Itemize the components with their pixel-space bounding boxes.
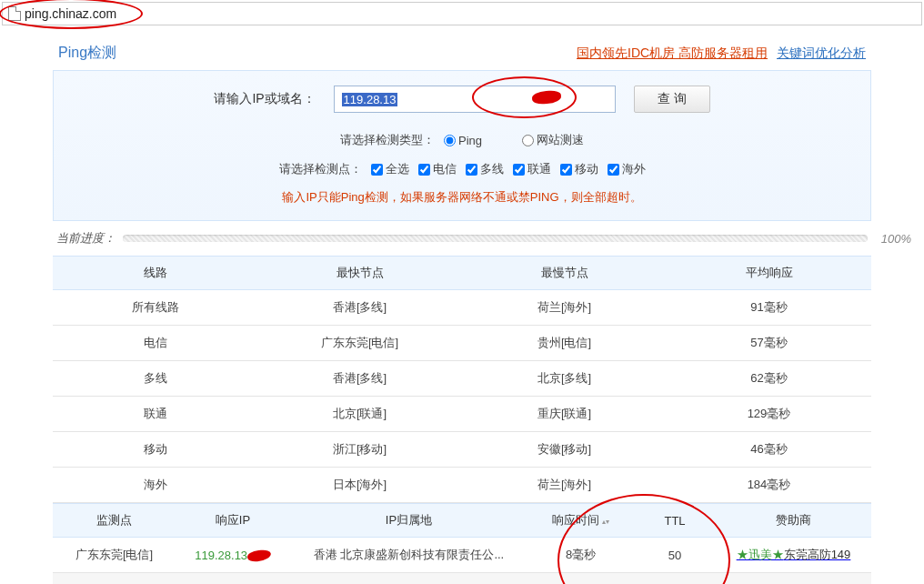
radio-speed[interactable]: 网站测速 [522, 132, 584, 148]
detail-head-row: 监测点 响应IP IP归属地 响应时间 TTL 赞助商 [53, 504, 871, 538]
radio-ping[interactable]: Ping [444, 134, 482, 147]
cell-line: 移动 [53, 432, 257, 468]
cell-sponsor[interactable]: ★迅美★东莞高防149 [716, 538, 871, 573]
cb-ov[interactable]: 海外 [608, 161, 646, 177]
summary-head-row: 线路 最快节点 最慢节点 平均响应 [53, 257, 871, 290]
cell-avg: 62毫秒 [667, 361, 871, 397]
cell-line: 联通 [53, 397, 257, 432]
cell-node: 湖北[电信] [53, 573, 176, 585]
detect-type-label: 请选择检测类型： [340, 132, 435, 148]
head-slow: 最慢节点 [462, 257, 667, 290]
cell-slow: 重庆[联通] [462, 397, 667, 432]
detail-body: 广东东莞[电信]119.28.13.香港 北京康盛新创科技有限责任公...8毫秒… [53, 538, 871, 584]
cell-ip: 119.28.13. [176, 538, 290, 573]
cell-ip: 119.28.13 [176, 573, 290, 585]
hint-text: 输入IP只能Ping检测，如果服务器网络不通或禁PING，则全部超时。 [63, 184, 861, 206]
browser-url-bar[interactable]: ping.chinaz.com [2, 2, 922, 25]
cell-fast: 浙江[移动] [257, 432, 462, 468]
cell-line: 电信 [53, 326, 257, 361]
head-fast: 最快节点 [257, 257, 462, 290]
progress-percent: 100% [881, 232, 911, 246]
summary-row: 多线香港[多线]北京[多线]62毫秒 [53, 361, 871, 397]
detail-table: 监测点 响应IP IP归属地 响应时间 TTL 赞助商 [53, 503, 871, 538]
cell-slow: 荷兰[海外] [462, 468, 667, 503]
progress-label: 当前进度： [56, 230, 116, 247]
query-input[interactable]: 119.28.13 [334, 86, 616, 113]
page-title: Ping检测 [58, 44, 116, 63]
progress-bar [123, 235, 868, 242]
summary-row: 电信广东东莞[电信]贵州[电信]57毫秒 [53, 326, 871, 361]
url-text: ping.chinaz.com [25, 6, 116, 21]
cell-fast: 日本[海外] [257, 468, 462, 503]
cell-fast: 北京[联通] [257, 397, 462, 432]
head-rt[interactable]: 响应时间 [527, 504, 634, 538]
cell-avg: 129毫秒 [667, 397, 871, 432]
cell-slow: 安徽[移动] [462, 432, 667, 468]
cb-multi[interactable]: 多线 [466, 161, 504, 177]
summary-row: 海外日本[海外]荷兰[海外]184毫秒 [53, 468, 871, 503]
cell-loc: 香港 北京康盛新创科技有限责任公... [290, 538, 527, 573]
cell-ttl: 52 [634, 573, 716, 585]
cell-node: 广东东莞[电信] [53, 538, 176, 573]
cell-line: 所有线路 [53, 290, 257, 326]
detail-row: 湖北[电信]119.28.13香港 北京康盛新创科技有限责任公...56毫秒52… [53, 573, 871, 585]
cell-avg: 57毫秒 [667, 326, 871, 361]
cell-slow: 北京[多线] [462, 361, 667, 397]
query-input-value: 119.28.13 [342, 93, 398, 106]
cell-rt: 8毫秒 [527, 538, 634, 573]
ad-link-seo[interactable]: 关键词优化分析 [777, 45, 866, 62]
summary-table: 线路 最快节点 最慢节点 平均响应 [53, 256, 871, 290]
query-panel: 请输入IP或域名： 119.28.13 查 询 请选择检测类型： Ping 网站… [53, 70, 871, 221]
head-line: 线路 [53, 257, 257, 290]
cell-avg: 184毫秒 [667, 468, 871, 503]
cell-fast: 香港[多线] [257, 290, 462, 326]
summary-body: 所有线路香港[多线]荷兰[海外]91毫秒电信广东东莞[电信]贵州[电信]57毫秒… [53, 290, 871, 503]
node-select-label: 请选择检测点： [279, 161, 362, 177]
cell-sponsor[interactable]: 【佛山高防】四核209 [716, 573, 871, 585]
ad-link-idc[interactable]: 国内领先IDC机房 高防服务器租用 [577, 45, 768, 62]
cb-ct[interactable]: 电信 [418, 161, 457, 177]
page-icon [8, 6, 21, 21]
cell-loc: 香港 北京康盛新创科技有限责任公... [290, 573, 527, 585]
detail-row: 广东东莞[电信]119.28.13.香港 北京康盛新创科技有限责任公...8毫秒… [53, 538, 871, 573]
cell-fast: 香港[多线] [257, 361, 462, 397]
cb-all[interactable]: 全选 [371, 161, 409, 177]
query-label: 请输入IP或域名： [214, 91, 315, 107]
head-ip[interactable]: 响应IP [176, 504, 290, 538]
cell-slow: 贵州[电信] [462, 326, 667, 361]
cb-cm[interactable]: 移动 [560, 161, 598, 177]
summary-row: 移动浙江[移动]安徽[移动]46毫秒 [53, 432, 871, 468]
cell-fast: 广东东莞[电信] [257, 326, 462, 361]
cell-rt: 56毫秒 [527, 573, 634, 585]
summary-row: 联通北京[联通]重庆[联通]129毫秒 [53, 397, 871, 432]
head-ttl[interactable]: TTL [634, 504, 716, 538]
head-node[interactable]: 监测点 [53, 504, 176, 538]
node-select-row: 请选择检测点： 全选 电信 多线 联通 移动 海外 [63, 155, 861, 184]
cb-cu[interactable]: 联通 [513, 161, 551, 177]
head-loc[interactable]: IP归属地 [290, 504, 527, 538]
cell-line: 海外 [53, 468, 257, 503]
head-avg: 平均响应 [667, 257, 871, 290]
cell-slow: 荷兰[海外] [462, 290, 667, 326]
summary-row: 所有线路香港[多线]荷兰[海外]91毫秒 [53, 290, 871, 326]
cell-ttl: 50 [634, 538, 716, 573]
top-nav: Ping检测 国内领先IDC机房 高防服务器租用 关键词优化分析 [53, 35, 871, 70]
query-button[interactable]: 查 询 [634, 86, 710, 113]
cell-avg: 46毫秒 [667, 432, 871, 468]
cell-avg: 91毫秒 [667, 290, 871, 326]
cell-line: 多线 [53, 361, 257, 397]
detect-type-row: 请选择检测类型： Ping 网站测速 [63, 126, 861, 155]
head-sponsor[interactable]: 赞助商 [716, 504, 871, 538]
